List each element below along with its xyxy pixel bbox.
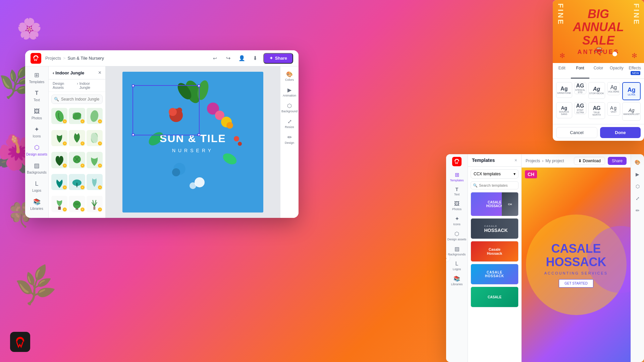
tmpl-sidebar-libraries[interactable]: 📚 Libraries	[446, 274, 468, 288]
creative-cloud-icon[interactable]	[10, 332, 30, 352]
font-stint-ultra[interactable]: AG STINT ULTRA	[574, 102, 586, 114]
tmpl-tool-animation[interactable]: ▶	[632, 169, 643, 180]
editor-header: Projects > Sun & Tile Nursery ↩ ↪ 👤 ⬇ ✦ …	[25, 50, 299, 66]
tmpl-sidebar-design-assets[interactable]: ⬡ Design assets	[446, 229, 468, 243]
asset-item-9[interactable]: +	[87, 152, 103, 168]
sidebar-item-backgrounds[interactable]: ▨ Backgrounds	[25, 160, 48, 176]
colors-tool[interactable]: 🎨 Colors	[280, 69, 299, 83]
brand-initial: CH	[525, 170, 537, 178]
animation-tool[interactable]: ▶ Animation	[280, 85, 299, 99]
tab-opacity[interactable]: Opacity	[607, 63, 626, 78]
asset-grid: + + + + +	[49, 107, 105, 218]
tmpl-sidebar-photos[interactable]: 🖼 Photos	[446, 199, 468, 213]
tmpl-sidebar-icons[interactable]: ✦ Icons	[446, 214, 468, 228]
tmpl-sidebar-text[interactable]: T Text	[446, 185, 468, 198]
share-button[interactable]: ✦ Share	[263, 53, 293, 64]
panel-close-button[interactable]: ×	[98, 70, 101, 76]
design-tool[interactable]: ✏ Design	[280, 132, 299, 146]
sidebar-item-icons[interactable]: ✦ Icons	[25, 123, 48, 140]
background-tool[interactable]: ⬡ Background	[280, 101, 299, 115]
tmpl-share-button[interactable]: Share	[608, 157, 627, 165]
font-stencil-std[interactable]: AG STENCIL STD	[574, 82, 586, 94]
casale-cta-button[interactable]: GET STARTED	[559, 279, 593, 288]
asset-item-10[interactable]: +	[51, 174, 67, 190]
colors-label: Colors	[285, 78, 294, 81]
asset-badge: +	[63, 164, 67, 168]
download-button[interactable]: ⬇	[250, 53, 261, 64]
templates-search-input[interactable]	[471, 181, 519, 189]
tmpl-tool-resize[interactable]: ⤢	[632, 193, 643, 204]
asset-item-14[interactable]: +	[69, 196, 85, 212]
template-item-3[interactable]: Casale Hossack	[471, 241, 519, 262]
canvas-area[interactable]: SUN & TILE NURSERY	[106, 66, 280, 218]
asset-item-7[interactable]: +	[51, 152, 67, 168]
font-ultra[interactable]: Ag ULTRA	[622, 82, 641, 101]
font-sample: Ag	[610, 105, 617, 111]
done-button[interactable]: Done	[600, 127, 641, 138]
text-icon: T	[33, 89, 41, 97]
font-source-sans[interactable]: Ag SOURCE SANS	[556, 102, 572, 118]
panel-header: ‹ Indoor Jungle ×	[49, 66, 105, 79]
asset-item-8[interactable]: +	[69, 152, 85, 168]
design-assets-label: Design assets	[26, 153, 47, 156]
profile-button[interactable]: 👤	[236, 53, 247, 64]
panel-breadcrumb-sub: Indoor Jungle	[79, 81, 101, 89]
asset-item-3[interactable]: +	[87, 108, 103, 124]
sidebar-item-text[interactable]: T Text	[25, 87, 48, 104]
font-storybook[interactable]: Ag STORYBOOK	[588, 82, 605, 99]
asset-item-11[interactable]: +	[69, 174, 85, 190]
tab-color[interactable]: Color	[589, 63, 607, 78]
undo-button[interactable]: ↩	[210, 53, 220, 64]
templates-dropdown[interactable]: CCX templates ▾	[471, 169, 519, 179]
redo-button[interactable]: ↪	[223, 53, 234, 64]
download-label: Download	[583, 159, 601, 163]
font-voltaire[interactable]: Ag VOLTAIRE	[607, 82, 621, 96]
tab-effects[interactable]: Effects NEW	[626, 63, 644, 78]
font-true-north[interactable]: AG TRUE NORTH	[588, 102, 605, 119]
asset-item-6[interactable]: +	[87, 130, 103, 146]
asset-badge: +	[80, 185, 85, 189]
template-item-2[interactable]: CASALE HOSSACK	[471, 218, 519, 239]
tmpl-breadcrumb-sep: ›	[542, 159, 543, 163]
font-grinstone[interactable]: Ag GRINSTONE	[556, 82, 572, 98]
templates-right-tools: 🎨 ▶ ⬡ ⤢ ✏	[631, 154, 644, 362]
font-vast[interactable]: Ag VAST	[607, 102, 621, 116]
asset-item-15[interactable]: +	[87, 196, 103, 212]
resize-tool[interactable]: ⤢ Resize	[280, 116, 299, 131]
template-item-1[interactable]: CASALEHOSSACK CH	[471, 192, 519, 216]
logos-icon: L	[33, 180, 41, 188]
sidebar-item-photos[interactable]: 🖼 Photos	[25, 105, 48, 122]
fine-right-text: FINE	[632, 3, 641, 25]
panel-back-button[interactable]: ‹ Indoor Jungle	[53, 70, 84, 75]
tmpl-breadcrumb-projects[interactable]: Projects	[526, 159, 540, 163]
tmpl-download-button[interactable]: ⬇ Download	[574, 157, 605, 165]
sidebar-item-libraries[interactable]: 📚 Libraries	[25, 196, 48, 213]
tmpl-sidebar-logos[interactable]: L Logos	[446, 259, 468, 273]
asset-item-13[interactable]: +	[51, 196, 67, 212]
tab-font[interactable]: Font	[571, 63, 589, 78]
sidebar-item-design-assets[interactable]: ⬡ Design assets	[25, 141, 48, 158]
asset-item-2[interactable]: +	[69, 108, 85, 124]
tmpl-tool-design[interactable]: ✏	[632, 205, 643, 216]
asset-item-12[interactable]: +	[87, 174, 103, 190]
sidebar-item-logos[interactable]: L Logos	[25, 178, 48, 194]
editor-window: Projects > Sun & Tile Nursery ↩ ↪ 👤 ⬇ ✦ …	[25, 50, 299, 218]
templates-close-button[interactable]: ×	[515, 158, 517, 163]
sidebar-item-templates[interactable]: ⊞ Templates	[25, 69, 48, 86]
breadcrumb-projects[interactable]: Projects	[45, 56, 61, 61]
tmpl-sidebar-templates[interactable]: ⊞ Templates	[446, 170, 468, 184]
tmpl-preview-3-text: Casale Hossack	[487, 247, 502, 255]
template-item-4[interactable]: CASALEHOSSACK	[471, 264, 519, 285]
asset-item-5[interactable]: +	[69, 130, 85, 146]
tmpl-tool-background[interactable]: ⬡	[632, 181, 643, 192]
asset-item-4[interactable]: +	[51, 130, 67, 146]
svg-point-29	[238, 142, 242, 146]
template-item-5[interactable]: CASALE	[471, 287, 519, 307]
asset-item-1[interactable]: +	[51, 108, 67, 124]
tab-edit[interactable]: Edit	[553, 63, 571, 78]
tmpl-tool-colors[interactable]: 🎨	[632, 157, 643, 168]
asset-badge: +	[63, 141, 67, 145]
tmpl-preview-2-text: CASALE HOSSACK	[481, 225, 507, 233]
cancel-button[interactable]: Cancel	[556, 127, 597, 138]
font-wanderlust[interactable]: Ag WANDERLUST	[622, 102, 641, 121]
